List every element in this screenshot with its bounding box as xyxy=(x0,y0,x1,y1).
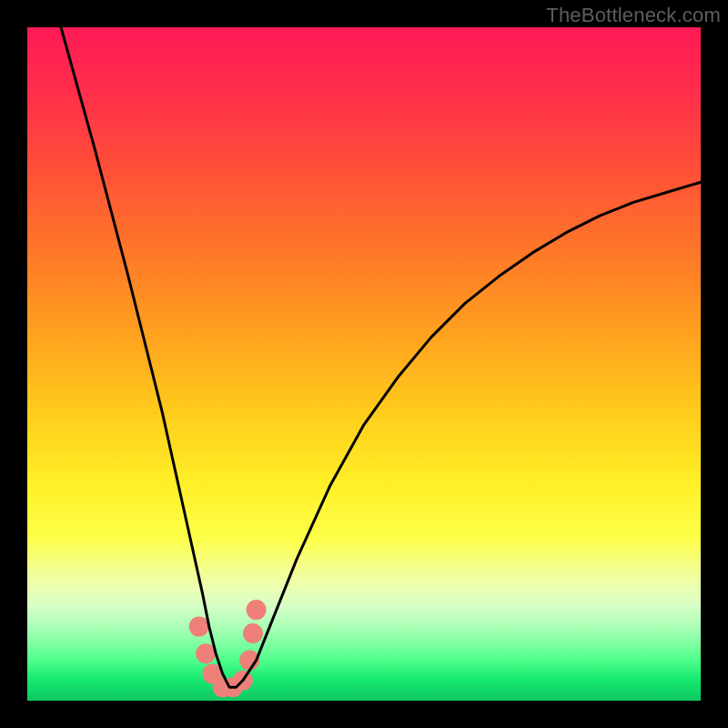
chart-marker xyxy=(189,617,209,637)
chart-svg xyxy=(27,27,701,701)
chart-marker xyxy=(243,623,263,643)
bottleneck-curve-path xyxy=(61,27,701,687)
chart-plot-area xyxy=(27,27,701,701)
chart-marker xyxy=(247,600,267,620)
chart-frame: TheBottleneck.com xyxy=(0,0,728,728)
watermark-text: TheBottleneck.com xyxy=(546,4,721,27)
